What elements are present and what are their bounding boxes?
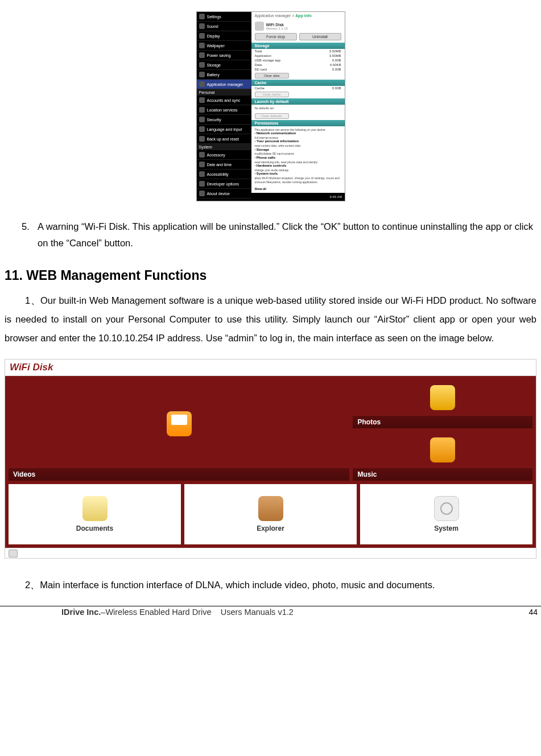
wifidisk-title: WiFi Disk <box>5 360 536 376</box>
footer-company: IDrive Inc. <box>61 608 101 617</box>
tile-music[interactable]: Music <box>353 432 532 481</box>
backup-icon <box>199 136 205 142</box>
uninstall-button[interactable]: Uninstall <box>299 33 341 40</box>
sidebar-item-label: Accessory <box>207 153 225 157</box>
app-icon <box>255 22 264 31</box>
about-icon <box>199 191 205 196</box>
tile-explorer[interactable]: Explorer <box>184 484 357 544</box>
perm-title: Network communication <box>257 131 296 135</box>
perm-title: Hardware controls <box>257 164 287 167</box>
lock-icon <box>199 117 205 122</box>
step-text: A warning “Wi-Fi Disk. This application … <box>38 218 534 252</box>
para-text: Our built-in Web Management software is … <box>5 295 536 343</box>
app-name: WiFi Disk <box>266 23 288 27</box>
tile-system[interactable]: System <box>360 484 532 544</box>
sidebar-item-label: Back up and reset <box>207 137 239 141</box>
power-icon <box>199 52 205 58</box>
tile-label: Documents <box>76 524 113 532</box>
system-icon <box>434 496 459 521</box>
step-5: 5. A warning “Wi-Fi Disk. This applicati… <box>22 218 534 252</box>
perm-detail: read contact data, write contact data <box>255 144 301 147</box>
show-all[interactable]: Show all <box>251 185 345 193</box>
para-index: 1、 <box>25 295 40 305</box>
home-icon[interactable] <box>9 550 18 557</box>
sidebar-group-system: System <box>197 144 251 150</box>
force-stop-button[interactable]: Force stop <box>255 33 297 40</box>
launch-text: No defaults set <box>251 105 345 112</box>
sidebar-item-label: Sound <box>207 24 218 28</box>
apps-icon <box>199 81 205 87</box>
sidebar-item-label: Display <box>207 34 220 38</box>
perm-title: Storage <box>257 148 269 151</box>
para-index: 2、 <box>25 580 40 590</box>
step-number: 5. <box>22 218 38 252</box>
clear-cache-button[interactable]: Clear cache <box>255 92 289 97</box>
crumb-parent: Application manager <box>255 14 291 18</box>
sidebar-item-label: Security <box>207 118 221 122</box>
section-heading: 11. WEB Management Functions <box>5 268 536 283</box>
sidebar-item-label: Storage <box>207 63 221 67</box>
accessibility-icon <box>199 171 205 177</box>
para-2: 2、Main interface is function interface o… <box>5 576 536 594</box>
sidebar-item-label: Developer options <box>207 182 239 186</box>
perm-detail: read identifying info, read phone state … <box>255 160 318 164</box>
sidebar-item-label: Location services <box>207 108 238 112</box>
sidebar-item-label: Language and input <box>207 127 242 131</box>
tile-photos[interactable]: Photos <box>353 379 532 428</box>
dev-icon <box>199 181 205 187</box>
perm-detail: change your audio settings <box>255 168 289 172</box>
perm-detail: full internet access <box>255 136 278 139</box>
tile-label: Music <box>353 468 532 481</box>
sidebar-item-label: Application manager <box>207 82 243 86</box>
sidebar-item-label: Accounts and sync <box>207 98 241 102</box>
clear-defaults-button[interactable]: Clear defaults <box>255 113 289 119</box>
section-storage: Storage <box>251 43 345 49</box>
storage-val: 3.50MB <box>329 49 341 53</box>
tile-label: Videos <box>9 468 349 481</box>
storage-key: SD card <box>255 68 267 71</box>
perm-title: Phone calls <box>257 156 275 159</box>
storage-val: 0.00B <box>332 59 341 62</box>
storage-icon <box>199 62 205 68</box>
android-navbar: 9:46 AM <box>251 193 345 201</box>
para-text: Main interface is function interface of … <box>40 580 435 590</box>
sync-icon <box>199 97 205 103</box>
storage-key: Data <box>255 63 262 67</box>
settings-sidebar: Settings Sound Display Wallpaper Power s… <box>197 12 251 201</box>
tile-documents[interactable]: Documents <box>9 484 181 544</box>
status-clock: 9:46 AM <box>329 195 342 199</box>
perm-detail: modify/delete SD card contents <box>255 152 294 155</box>
perm-detail: allow Wi-Fi Multicast reception, change … <box>255 176 340 184</box>
wifidisk-web-ui: WiFi Disk Videos Photos Music <box>5 359 536 559</box>
wallpaper-icon <box>199 43 205 48</box>
section-permissions: Permissions <box>251 120 345 126</box>
keyboard-icon <box>199 126 205 132</box>
sidebar-title: Settings <box>207 15 221 19</box>
para-1: 1、Our built-in Web Management software i… <box>5 291 536 348</box>
tile-videos[interactable]: Videos <box>9 379 349 481</box>
sidebar-group-personal: Personal <box>197 89 251 96</box>
videos-icon <box>167 411 192 436</box>
section-cache: Cache <box>251 80 345 86</box>
perm-title: System tools <box>257 172 278 175</box>
page-number: 44 <box>528 608 538 617</box>
storage-val: 3.50MB <box>329 54 341 57</box>
sidebar-item-label: Power saving <box>207 53 231 57</box>
storage-key: USB storage app <box>255 59 281 62</box>
storage-val: 0.00B <box>332 68 341 71</box>
explorer-icon <box>258 496 283 521</box>
tile-label: Explorer <box>257 524 284 532</box>
footer-product: –Wireless Enabled Hard Drive <box>101 608 211 617</box>
clear-data-button[interactable]: Clear data <box>255 73 289 79</box>
sidebar-item-label: Wallpaper <box>207 44 225 48</box>
perm-title: Your personal information <box>257 139 299 143</box>
app-version: Version 1.1.15 <box>266 27 288 30</box>
accessory-icon <box>199 152 205 158</box>
music-icon <box>430 437 455 462</box>
cache-key: Cache <box>255 86 265 90</box>
tile-label: System <box>434 524 459 532</box>
cache-val: 0.00B <box>332 86 341 90</box>
breadcrumb: Application manager > App info <box>251 12 345 19</box>
tile-label: Photos <box>353 416 532 428</box>
sidebar-item-label: Accessibility <box>207 172 229 176</box>
